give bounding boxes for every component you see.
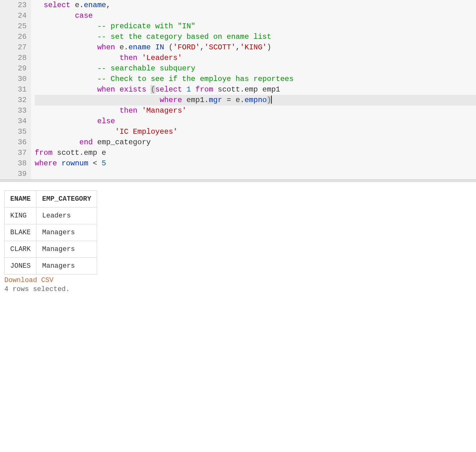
text-cursor xyxy=(271,96,272,104)
code-line[interactable]: then 'Managers' xyxy=(35,105,476,116)
results-panel: ENAMEEMP_CATEGORY KINGLeadersBLAKEManage… xyxy=(0,182,476,296)
editor-separator xyxy=(0,179,476,182)
rows-selected-status: 4 rows selected. xyxy=(4,285,472,293)
table-cell: Managers xyxy=(37,258,97,275)
code-line[interactable]: where emp1.mgr = e.empno) xyxy=(35,95,476,105)
results-table: ENAMEEMP_CATEGORY KINGLeadersBLAKEManage… xyxy=(4,190,97,275)
line-number: 24 xyxy=(2,11,27,21)
code-line[interactable]: -- set the category based on ename list xyxy=(35,32,476,42)
code-line[interactable]: -- Check to see if the employe has repor… xyxy=(35,74,476,84)
line-number: 23 xyxy=(2,0,27,11)
table-cell: JONES xyxy=(5,258,37,275)
line-number: 39 xyxy=(2,169,27,179)
line-number: 34 xyxy=(2,116,27,127)
code-line[interactable]: case xyxy=(35,11,476,21)
code-line[interactable]: -- searchable subquery xyxy=(35,63,476,74)
code-line[interactable]: where rownum < 5 xyxy=(35,158,476,169)
code-line[interactable]: -- predicate with "IN" xyxy=(35,21,476,32)
column-header: ENAME xyxy=(5,191,37,208)
line-number: 33 xyxy=(2,105,27,116)
table-cell: BLAKE xyxy=(5,224,37,241)
code-line[interactable]: then 'Leaders' xyxy=(35,53,476,63)
table-cell: Leaders xyxy=(37,208,97,224)
line-number: 28 xyxy=(2,53,27,63)
table-row: CLARKManagers xyxy=(5,241,97,258)
code-line[interactable]: else xyxy=(35,116,476,127)
sql-editor[interactable]: 2324252627282930313233343536373839 selec… xyxy=(0,0,476,179)
table-cell: CLARK xyxy=(5,241,37,258)
table-cell: KING xyxy=(5,208,37,224)
line-number: 31 xyxy=(2,84,27,95)
table-row: BLAKEManagers xyxy=(5,224,97,241)
code-line[interactable]: when e.ename IN ('FORD','SCOTT','KING') xyxy=(35,42,476,53)
line-number: 37 xyxy=(2,148,27,158)
code-line[interactable]: when exists (select 1 from scott.emp emp… xyxy=(35,84,476,95)
table-cell: Managers xyxy=(37,241,97,258)
code-line[interactable]: 'IC Employees' xyxy=(35,127,476,137)
line-number: 29 xyxy=(2,63,27,74)
code-line[interactable]: select e.ename, xyxy=(35,0,476,11)
line-number: 30 xyxy=(2,74,27,84)
code-line[interactable] xyxy=(35,169,476,179)
code-area[interactable]: select e.ename, case -- predicate with "… xyxy=(31,0,476,179)
table-row: JONESManagers xyxy=(5,258,97,275)
line-number: 26 xyxy=(2,32,27,42)
table-row: KINGLeaders xyxy=(5,208,97,224)
line-number-gutter: 2324252627282930313233343536373839 xyxy=(0,0,31,179)
download-csv-link[interactable]: Download CSV xyxy=(4,276,53,284)
code-line[interactable]: end emp_category xyxy=(35,137,476,148)
column-header: EMP_CATEGORY xyxy=(37,191,97,208)
line-number: 35 xyxy=(2,127,27,137)
code-line[interactable]: from scott.emp e xyxy=(35,148,476,158)
line-number: 32 xyxy=(2,95,27,105)
line-number: 27 xyxy=(2,42,27,53)
line-number: 38 xyxy=(2,158,27,169)
line-number: 36 xyxy=(2,137,27,148)
line-number: 25 xyxy=(2,21,27,32)
table-cell: Managers xyxy=(37,224,97,241)
